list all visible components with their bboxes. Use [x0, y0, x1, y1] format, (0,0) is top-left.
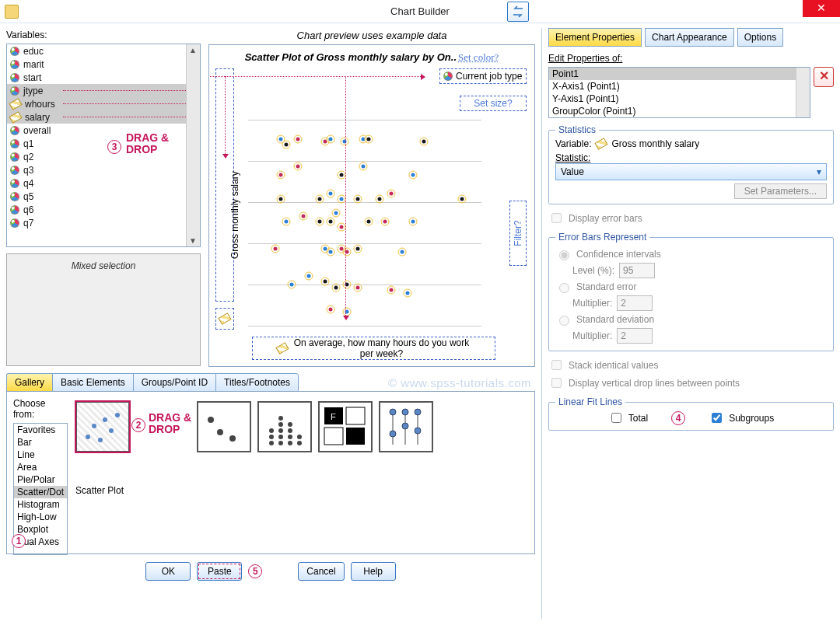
variable-name: Gross monthly salary — [611, 138, 699, 149]
preview-header: Chart preview uses example data — [208, 30, 535, 41]
variable-item[interactable]: q6 — [7, 203, 186, 216]
tab-options[interactable]: Options — [737, 28, 783, 47]
variables-label: Variables: — [6, 30, 201, 40]
data-point — [338, 195, 346, 204]
element-list[interactable]: Point1X-Axis1 (Point1)Y-Axis1 (Point1)Gr… — [548, 67, 810, 118]
cancel-button[interactable]: Cancel — [298, 562, 344, 581]
paste-button[interactable]: Paste — [197, 562, 242, 581]
total-checkbox[interactable]: Total — [608, 410, 648, 425]
thumb-scatter-matrix[interactable]: F — [318, 401, 373, 452]
help-button[interactable]: Help — [351, 562, 396, 581]
chart-preview[interactable]: Scatter Plot of Gross monthly salary by … — [208, 44, 535, 367]
svg-point-6 — [208, 417, 214, 423]
gallery-panel: Choose from: FavoritesBarLineAreaPie/Pol… — [6, 391, 535, 554]
chart-type-item[interactable]: Line — [14, 449, 67, 461]
error-bars-group: Error Bars Represent Confidence interval… — [548, 232, 834, 351]
chart-type-item[interactable]: Pie/Polar — [14, 473, 67, 486]
thumb-drop-line[interactable] — [379, 401, 433, 452]
ok-button[interactable]: OK — [145, 562, 191, 581]
svg-point-17 — [288, 441, 292, 445]
data-point — [397, 247, 406, 256]
tab-groups-point-id[interactable]: Groups/Point ID — [133, 373, 215, 392]
drag-hint: 2 DRAG & DROP — [136, 401, 191, 452]
thumb-simple-scatter[interactable] — [75, 401, 130, 452]
drop-filter[interactable]: Filter? — [509, 201, 527, 266]
tab-titles-footnotes[interactable]: Titles/Footnotes — [215, 373, 299, 392]
data-point — [458, 195, 467, 204]
step-1-badge: 1 — [12, 534, 26, 548]
tab-gallery[interactable]: Gallery — [6, 373, 52, 392]
x-axis-label: On average, how many hours do you work p… — [292, 337, 471, 359]
tab-basic-elements[interactable]: Basic Elements — [52, 373, 133, 392]
data-point — [354, 245, 362, 253]
chart-type-item[interactable]: Area — [14, 461, 67, 473]
data-point — [331, 209, 340, 218]
se-mult-input — [617, 295, 653, 311]
data-point — [403, 288, 411, 297]
data-point — [320, 278, 329, 286]
element-item[interactable]: X-Axis1 (Point1) — [549, 80, 796, 93]
variable-item[interactable]: start — [7, 71, 186, 84]
swap-axes-button[interactable] — [507, 2, 529, 22]
chart-type-item[interactable]: Favorites — [14, 424, 67, 436]
properties-tabs: Element Properties Chart Appearance Opti… — [548, 28, 834, 47]
tab-chart-appearance[interactable]: Chart Appearance — [645, 28, 734, 47]
close-button[interactable]: ✕ — [803, 0, 840, 17]
drop-x-axis[interactable]: On average, how many hours do you work p… — [252, 337, 495, 360]
drop-size[interactable]: Set size? — [460, 96, 527, 111]
svg-text:F: F — [331, 412, 336, 421]
chart-title: Scatter Plot of Gross monthly salary by … — [209, 51, 534, 64]
variable-item[interactable]: q3 — [7, 163, 186, 176]
data-point — [293, 162, 302, 171]
data-point — [343, 281, 352, 289]
window-title: Chart Builder — [390, 5, 450, 17]
data-point — [365, 217, 373, 225]
chart-type-item[interactable]: High-Low — [14, 511, 67, 523]
element-item[interactable]: GroupColor (Point1) — [549, 105, 796, 117]
element-list-scrollbar[interactable] — [796, 68, 810, 117]
variable-item[interactable]: q4 — [7, 176, 186, 190]
variable-item[interactable]: marit — [7, 58, 186, 71]
element-item[interactable]: Point1 — [549, 68, 796, 80]
thumb-label: Scatter Plot — [75, 485, 528, 496]
variable-item[interactable]: educ — [7, 44, 186, 58]
step-2-badge: 2 — [131, 418, 145, 432]
delete-element-button[interactable]: ✕ — [814, 67, 834, 87]
variable-list[interactable]: educmaritstartjtypewhourssalaryoverallq1… — [6, 44, 201, 247]
plot-area — [248, 120, 481, 326]
thumb-dot-plot[interactable] — [257, 401, 312, 452]
data-point — [354, 283, 362, 292]
variable-item[interactable]: q7 — [7, 216, 186, 229]
data-point — [282, 140, 291, 148]
subgroups-checkbox[interactable]: Subgroups — [709, 410, 774, 425]
tab-element-properties[interactable]: Element Properties — [548, 28, 642, 47]
titlebar: Chart Builder ✕ — [0, 0, 840, 23]
thumb-grouped-scatter[interactable] — [197, 401, 251, 452]
data-point — [331, 283, 340, 292]
variable-item[interactable]: q5 — [7, 190, 186, 203]
chart-type-item[interactable]: Scatter/Dot — [14, 486, 67, 498]
svg-point-14 — [278, 428, 283, 433]
data-point — [326, 217, 334, 225]
svg-point-13 — [278, 435, 283, 439]
variable-item[interactable]: whours — [7, 97, 186, 110]
display-error-bars-checkbox: Display error bars — [548, 211, 834, 225]
data-point — [326, 247, 334, 256]
statistic-select[interactable]: Value — [555, 163, 827, 180]
svg-point-4 — [109, 428, 114, 433]
data-point — [326, 190, 334, 198]
chart-type-item[interactable]: Boxplot — [14, 523, 67, 536]
variable-item[interactable]: jtype — [7, 84, 186, 97]
drop-color[interactable]: Current job type — [439, 68, 527, 84]
variable-item[interactable]: salary — [7, 110, 186, 124]
data-point — [326, 305, 334, 313]
nominal-icon — [10, 47, 19, 56]
set-parameters-button: Set Parameters... — [734, 183, 827, 199]
chart-type-item[interactable]: Bar — [14, 436, 67, 449]
variable-list-scrollbar[interactable] — [186, 44, 200, 246]
chart-type-item[interactable]: Histogram — [14, 498, 67, 511]
data-point — [277, 170, 285, 179]
element-item[interactable]: Y-Axis1 (Point1) — [549, 93, 796, 105]
legend-label: Current job type — [456, 71, 522, 82]
drop-y-target[interactable] — [215, 308, 234, 330]
